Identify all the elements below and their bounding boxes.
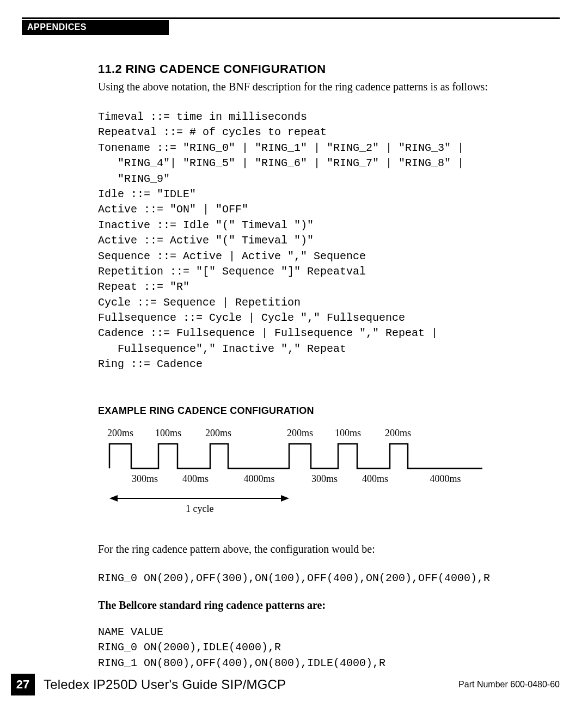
footer-title: Teledex IP250D User's Guide SIP/MGCP [44,677,458,692]
label-bot-4: 400ms [362,473,388,484]
label-top-0: 200ms [107,428,133,438]
label-top-3: 200ms [287,428,313,438]
bellcore-lines: NAME VALUE RING_0 ON(2000),IDLE(4000),R … [98,625,544,671]
page-number: 27 [11,674,35,695]
label-top-1: 100ms [155,428,181,438]
footer: 27 Teledex IP250D User's Guide SIP/MGCP … [0,674,588,695]
content-area: 11.2 RING CADENCE CONFIGURATION Using th… [98,62,544,671]
part-number: Part Number 600-0480-60 [458,680,560,689]
page: APPENDICES 11.2 RING CADENCE CONFIGURATI… [0,0,588,714]
label-bot-5: 4000ms [430,473,461,484]
appendices-tab: APPENDICES [22,20,169,35]
label-top-2: 200ms [205,428,231,438]
example-config: RING_0 ON(200),OFF(300),ON(100),OFF(400)… [98,571,544,586]
label-bot-2: 4000ms [243,473,274,484]
label-top-5: 200ms [385,428,411,438]
top-rule [22,17,560,19]
bnf-listing: Timeval ::= time in milliseconds Repeatv… [98,109,544,373]
section-title: 11.2 RING CADENCE CONFIGURATION [98,62,544,76]
label-bot-0: 300ms [132,473,158,484]
arrow-right [281,495,289,502]
cycle-label: 1 cycle [186,503,213,514]
label-bot-1: 400ms [182,473,209,484]
label-bot-3: 300ms [311,473,338,484]
timing-diagram: 200ms 100ms 200ms 200ms 100ms 200ms 300m… [101,428,544,522]
example-after-text: For the ring cadence pattern above, the … [98,543,544,556]
waveform [109,444,482,468]
example-title: EXAMPLE RING CADENCE CONFIGURATION [98,405,544,417]
intro-text: Using the above notation, the BNF descri… [98,80,544,94]
bellcore-heading: The Bellcore standard ring cadence patte… [98,599,544,612]
timing-svg: 200ms 100ms 200ms 200ms 100ms 200ms 300m… [101,428,493,520]
arrow-left [109,495,118,502]
label-top-4: 100ms [335,428,361,438]
